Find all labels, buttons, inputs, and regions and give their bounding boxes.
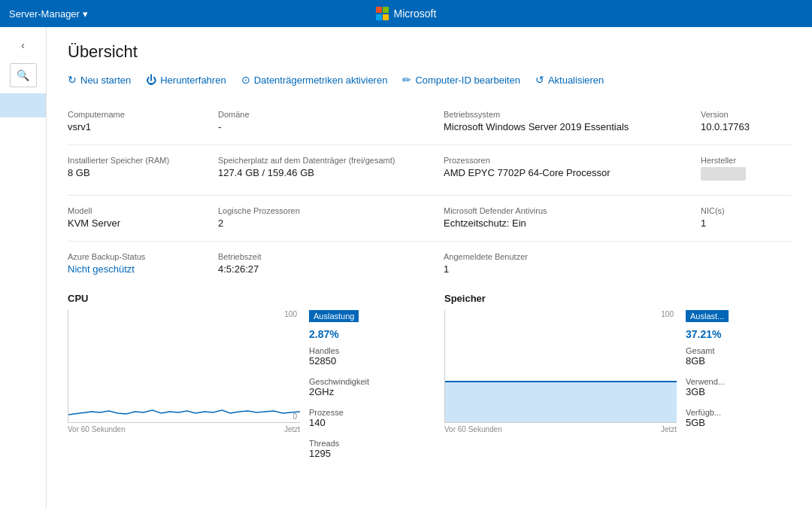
topbar: Server-Manager ▾ Microsoft <box>0 0 812 27</box>
cpu-graph: 100 0 Vor 60 Sekunden Jetzt <box>68 310 300 433</box>
divider-1 <box>68 144 791 145</box>
shutdown-icon: ⏻ <box>146 74 156 86</box>
memory-verfuegbar: Verfügb... 5GB <box>686 408 791 428</box>
cpu-cell: Prozessoren AMD EPYC 7702P 64-Core Proce… <box>444 150 701 189</box>
cpu-line-chart <box>68 310 300 422</box>
empty-cell-4 <box>701 246 791 281</box>
cpu-prozesse: Prozesse 140 <box>309 408 414 428</box>
computer-id-button[interactable]: ✏ Computer-ID bearbeiten <box>402 74 520 86</box>
os-cell: Betriebssystem Microsoft Windows Server … <box>444 104 701 138</box>
ram-cell: Installierter Speicher (RAM) 8 GB <box>68 150 218 189</box>
defender-cell: Microsoft Defender Antivirus Echtzeitsch… <box>444 200 701 235</box>
info-row-4: Azure Backup-Status Nicht geschützt Betr… <box>68 246 791 281</box>
restart-icon: ↻ <box>68 74 77 86</box>
restart-button[interactable]: ↻ Neu starten <box>68 74 131 86</box>
memory-graph: 100 0 Vor 60 Sekunden Jetzt <box>444 310 677 433</box>
nic-cell: NIC(s) 1 <box>701 200 791 235</box>
memory-verwendet: Verwend... 3GB <box>686 377 791 397</box>
cpu-geschwindigkeit: Geschwindigkeit 2GHz <box>309 377 414 397</box>
toolbar: ↻ Neu starten ⏻ Herunterfahren ⊙ Datentr… <box>68 74 791 86</box>
uptime-cell: Betriebszeit 4:5:26:27 <box>218 246 444 281</box>
memory-auslastung-value: 37.21% <box>686 328 791 340</box>
logical-cpu-cell: Logische Prozessoren 2 <box>218 200 444 235</box>
chart-spacer <box>414 293 444 470</box>
memory-chart-area: 100 0 Vor 60 Sekunden Jetzt Auslast... <box>444 310 791 439</box>
storage-cell: Speicherplatz auf dem Datenträger (frei/… <box>218 150 444 189</box>
main-layout: ‹ 🔍 Übersicht ↻ Neu starten ⏻ Herunterfa… <box>0 27 812 508</box>
info-row-1: Computername vsrv1 Domäne - Betriebssyst… <box>68 104 791 138</box>
memory-fill-area <box>445 381 677 422</box>
info-row-3: Modell KVM Server Logische Prozessoren 2… <box>68 200 791 235</box>
domain-cell: Domäne - <box>218 104 444 138</box>
memory-stats: Auslast... 37.21% Gesamt 8GB Verwend... … <box>686 310 791 439</box>
cpu-chart-block: CPU 100 0 Vor 60 Sekunden Jetzt <box>68 293 414 470</box>
divider-3 <box>68 241 791 242</box>
disk-metrics-button[interactable]: ⊙ Datenträgermetriken aktivieren <box>241 74 388 86</box>
sidebar-search-button[interactable]: 🔍 <box>10 63 37 87</box>
cpu-chart-area: 100 0 Vor 60 Sekunden Jetzt <box>68 310 414 470</box>
refresh-button[interactable]: ↺ Aktualisieren <box>535 74 604 86</box>
sidebar-collapse-button[interactable]: ‹ <box>10 33 37 57</box>
charts-section: CPU 100 0 Vor 60 Sekunden Jetzt <box>68 293 791 470</box>
app-title-area: Server-Manager ▾ <box>9 8 88 20</box>
sidebar: ‹ 🔍 <box>0 27 47 508</box>
microsoft-branding: Microsoft <box>376 7 437 20</box>
page-title: Übersicht <box>68 42 791 62</box>
app-dropdown-icon[interactable]: ▾ <box>83 8 88 20</box>
cpu-auslastung-value: 2.87% <box>309 328 414 340</box>
backup-cell: Azure Backup-Status Nicht geschützt <box>68 246 218 281</box>
memory-auslastung-group: Auslast... 37.21% <box>686 310 791 340</box>
app-name: Server-Manager <box>9 8 80 20</box>
memory-gesamt: Gesamt 8GB <box>686 346 791 367</box>
disk-icon: ⊙ <box>241 74 250 86</box>
edit-icon: ✏ <box>402 74 411 86</box>
cpu-auslastung-header: Auslastung <box>309 310 359 322</box>
memory-chart-title: Speicher <box>444 293 791 304</box>
cpu-chart-title: CPU <box>68 293 414 304</box>
search-icon: 🔍 <box>17 69 29 81</box>
cpu-threads: Threads 1295 <box>309 439 414 459</box>
computername-cell: Computername vsrv1 <box>68 104 218 138</box>
cpu-canvas: 100 0 <box>68 310 300 423</box>
main-content: Übersicht ↻ Neu starten ⏻ Herunterfahren… <box>47 27 812 508</box>
memory-x-labels: Vor 60 Sekunden Jetzt <box>444 425 677 433</box>
backup-link[interactable]: Nicht geschützt <box>68 263 135 275</box>
refresh-icon: ↺ <box>535 74 544 86</box>
manufacturer-logo <box>701 167 746 181</box>
logged-users-cell: Angemeldete Benutzer 1 <box>444 246 701 281</box>
info-row-2: Installierter Speicher (RAM) 8 GB Speich… <box>68 150 791 189</box>
manufacturer-cell: Hersteller <box>701 150 791 189</box>
memory-y-max: 100 <box>661 310 674 318</box>
version-cell: Version 10.0.17763 <box>701 104 791 138</box>
memory-chart-block: Speicher 100 0 Vor 60 Sekunden Jetzt <box>444 293 791 470</box>
microsoft-label: Microsoft <box>394 8 437 20</box>
memory-auslastung-header: Auslast... <box>686 310 729 322</box>
model-cell: Modell KVM Server <box>68 200 218 235</box>
cpu-x-labels: Vor 60 Sekunden Jetzt <box>68 425 300 433</box>
memory-canvas: 100 0 <box>444 310 677 423</box>
cpu-stats: Auslastung 2.87% Handles 52850 Geschwind… <box>309 310 414 470</box>
shutdown-button[interactable]: ⏻ Herunterfahren <box>146 74 226 86</box>
cpu-handles: Handles 52850 <box>309 346 414 367</box>
divider-2 <box>68 195 791 196</box>
microsoft-logo <box>376 7 389 20</box>
sidebar-active-item <box>0 93 46 117</box>
cpu-auslastung-group: Auslastung 2.87% <box>309 310 414 340</box>
